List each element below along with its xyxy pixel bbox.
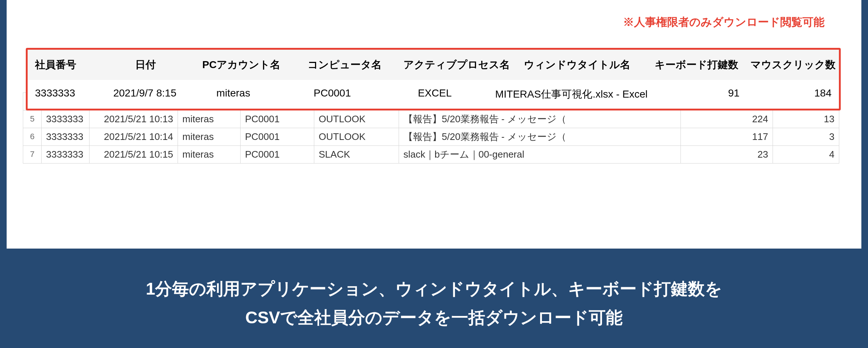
col-header-active-process: アクティブプロセス名	[396, 50, 507, 80]
cell-pc-account[interactable]: miteras	[178, 110, 241, 128]
col-header-computer-name: コンピュータ名	[293, 50, 396, 80]
cell-pc-account[interactable]: miteras	[178, 145, 241, 163]
table-row[interactable]: 7 3333333 2021/5/21 10:15 miteras PC0001…	[23, 145, 839, 163]
row-number[interactable]: 7	[23, 145, 42, 163]
table-row[interactable]: 6 3333333 2021/5/21 10:14 miteras PC0001…	[23, 128, 839, 145]
cell-employee-id: 3333333	[28, 81, 98, 108]
highlight-header-row: 社員番号 日付 PCアカウント名 コンピュータ名 アクティブプロセス名 ウィンド…	[28, 50, 839, 80]
cell-window-title[interactable]: slack｜bチーム｜00-general	[399, 145, 681, 163]
cell-employee-id[interactable]: 3333333	[42, 128, 90, 145]
cell-mouse-clicks[interactable]: 13	[773, 110, 839, 128]
cell-window-title[interactable]: 【報告】5/20業務報告 - メッセージ（	[399, 128, 681, 145]
cell-pc-account[interactable]: miteras	[178, 128, 241, 145]
cell-date: 2021/9/7 8:15	[98, 81, 184, 108]
cell-employee-id[interactable]: 3333333	[42, 145, 90, 163]
cell-keystrokes: 91	[655, 81, 747, 108]
cell-keystrokes[interactable]: 117	[681, 128, 773, 145]
cell-computer-name[interactable]: PC0001	[241, 128, 314, 145]
report-panel: ※人事権限者のみダウンロード閲覧可能 社員番号 日付 PCアカウント名 コンピュ…	[7, 0, 861, 249]
cell-date[interactable]: 2021/5/21 10:13	[90, 110, 178, 128]
col-header-window-title: ウィンドウタイトル名	[507, 50, 647, 80]
table-row[interactable]: 5 3333333 2021/5/21 10:13 miteras PC0001…	[23, 110, 839, 128]
cell-keystrokes[interactable]: 23	[681, 145, 773, 163]
col-header-employee-id: 社員番号	[28, 50, 101, 80]
highlight-data-row: 3333333 2021/9/7 8:15 miteras PC0001 EXC…	[28, 80, 839, 109]
permission-note: ※人事権限者のみダウンロード閲覧可能	[7, 15, 861, 34]
cell-computer-name: PC0001	[283, 81, 382, 108]
cell-active-process[interactable]: OUTLOOK	[314, 128, 399, 145]
cell-active-process: EXCEL	[382, 81, 488, 108]
col-header-pc-account: PCアカウント名	[190, 50, 293, 80]
row-number[interactable]: 6	[23, 128, 42, 145]
col-header-keystrokes: キーボード打鍵数	[647, 50, 743, 80]
row-number[interactable]: 5	[23, 110, 42, 128]
col-header-date: 日付	[101, 50, 190, 80]
caption-line-2: CSVで全社員分のデータを一括ダウンロード可能	[0, 303, 868, 332]
cell-mouse-clicks[interactable]: 4	[773, 145, 839, 163]
caption-line-1: 1分毎の利用アプリケーション、ウィンドウタイトル、キーボード打鍵数を	[0, 274, 868, 303]
cell-pc-account: miteras	[184, 81, 283, 108]
cell-window-title[interactable]: 【報告】5/20業務報告 - メッセージ（	[399, 110, 681, 128]
cell-mouse-clicks[interactable]: 3	[773, 128, 839, 145]
cell-computer-name[interactable]: PC0001	[241, 110, 314, 128]
highlight-sample-row: 社員番号 日付 PCアカウント名 コンピュータ名 アクティブプロセス名 ウィンド…	[26, 48, 841, 110]
cell-date[interactable]: 2021/5/21 10:15	[90, 145, 178, 163]
cell-computer-name[interactable]: PC0001	[241, 145, 314, 163]
cell-mouse-clicks: 184	[747, 81, 839, 108]
cell-keystrokes[interactable]: 224	[681, 110, 773, 128]
cell-active-process[interactable]: OUTLOOK	[314, 110, 399, 128]
cell-window-title: MITERAS仕事可視化.xlsx - Excel	[488, 81, 655, 108]
feature-caption: 1分毎の利用アプリケーション、ウィンドウタイトル、キーボード打鍵数を CSVで全…	[0, 249, 868, 332]
col-header-mouse-clicks: マウスクリック数	[743, 50, 839, 80]
cell-date[interactable]: 2021/5/21 10:14	[90, 128, 178, 145]
cell-active-process[interactable]: SLACK	[314, 145, 399, 163]
cell-employee-id[interactable]: 3333333	[42, 110, 90, 128]
